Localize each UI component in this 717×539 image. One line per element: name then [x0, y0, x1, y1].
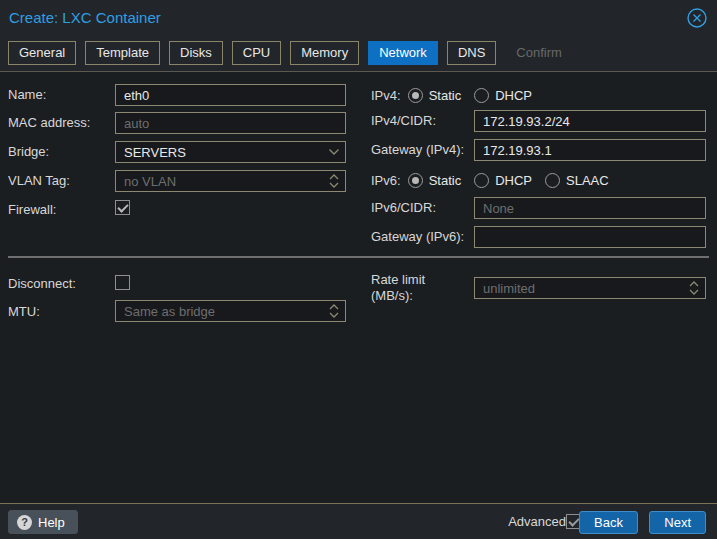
help-button-label: Help — [38, 515, 65, 530]
ipv6-slaac-radio[interactable]: SLAAC — [545, 173, 609, 188]
tab-cpu[interactable]: CPU — [232, 41, 281, 65]
radio-icon[interactable] — [545, 173, 560, 188]
tab-dns[interactable]: DNS — [447, 41, 496, 65]
gateway4-field[interactable] — [474, 139, 706, 161]
mtu-spinner-value[interactable] — [115, 300, 346, 322]
tab-confirm: Confirm — [505, 41, 573, 65]
dialog-header: Create: LXC Container General Template D… — [0, 0, 717, 72]
ipv4-static-radio[interactable]: Static — [408, 88, 462, 103]
tab-memory[interactable]: Memory — [290, 41, 359, 65]
name-label: Name: — [8, 87, 46, 103]
bridge-select-value[interactable] — [115, 141, 346, 163]
gateway6-field[interactable] — [474, 226, 706, 248]
dialog-title: Create: LXC Container — [9, 9, 161, 26]
vlan-spinner-value[interactable] — [115, 170, 346, 192]
mac-label: MAC address: — [8, 115, 90, 131]
tab-network[interactable]: Network — [368, 41, 438, 65]
ipv4-mode-group: IPv4: Static DHCP — [371, 87, 545, 103]
chevron-down-icon[interactable] — [328, 141, 340, 163]
ipv4-cidr-label: IPv4/CIDR: — [371, 113, 436, 129]
spinner-up-down-icon[interactable] — [328, 170, 340, 192]
radio-selected-icon[interactable] — [408, 173, 423, 188]
gateway4-label: Gateway (IPv4): — [371, 142, 464, 158]
ipv4-label: IPv4: — [371, 88, 401, 103]
help-button[interactable]: ? Help — [8, 510, 78, 534]
tab-disks[interactable]: Disks — [169, 41, 223, 65]
back-button[interactable]: Back — [579, 511, 638, 534]
vlan-spinner[interactable] — [115, 170, 346, 192]
create-lxc-container-dialog: Create: LXC Container General Template D… — [0, 0, 717, 539]
ipv4-dhcp-radio[interactable]: DHCP — [474, 88, 532, 103]
radio-icon[interactable] — [474, 173, 489, 188]
dialog-footer: ? Help Advanced Back Next — [0, 503, 717, 539]
bridge-select[interactable] — [115, 141, 346, 163]
radio-icon[interactable] — [474, 88, 489, 103]
firewall-label: Firewall: — [8, 202, 56, 218]
ipv6-static-label: Static — [429, 173, 462, 188]
rate-limit-label: Rate limit (MB/s): — [371, 272, 469, 304]
spinner-up-down-icon[interactable] — [688, 277, 700, 299]
ipv6-cidr-label: IPv6/CIDR: — [371, 200, 436, 216]
ipv4-cidr-field[interactable] — [474, 110, 706, 132]
rate-limit-spinner[interactable] — [474, 277, 706, 299]
ipv6-dhcp-label: DHCP — [495, 173, 532, 188]
ipv4-static-label: Static — [429, 88, 462, 103]
disconnect-label: Disconnect: — [8, 276, 76, 292]
close-icon[interactable] — [686, 7, 708, 29]
radio-selected-icon[interactable] — [408, 88, 423, 103]
mtu-label: MTU: — [8, 304, 40, 320]
ipv6-dhcp-radio[interactable]: DHCP — [474, 173, 532, 188]
advanced-label: Advanced — [508, 514, 566, 529]
tab-general[interactable]: General — [8, 41, 76, 65]
ipv6-cidr-field[interactable] — [474, 197, 706, 219]
bridge-label: Bridge: — [8, 144, 49, 160]
vlan-label: VLAN Tag: — [8, 173, 70, 189]
mac-field[interactable] — [115, 112, 346, 134]
disconnect-checkbox[interactable] — [115, 275, 130, 290]
section-divider — [8, 256, 709, 258]
name-field[interactable] — [115, 84, 346, 106]
spinner-up-down-icon[interactable] — [328, 300, 340, 322]
rate-limit-spinner-value[interactable] — [474, 277, 706, 299]
firewall-checkbox[interactable] — [115, 200, 130, 215]
ipv6-label: IPv6: — [371, 173, 401, 188]
mtu-spinner[interactable] — [115, 300, 346, 322]
tab-bar: General Template Disks CPU Memory Networ… — [8, 41, 573, 65]
ipv6-slaac-label: SLAAC — [566, 173, 609, 188]
gateway6-label: Gateway (IPv6): — [371, 229, 464, 245]
ipv4-dhcp-label: DHCP — [495, 88, 532, 103]
tab-template[interactable]: Template — [85, 41, 160, 65]
ipv6-static-radio[interactable]: Static — [408, 173, 462, 188]
question-icon: ? — [17, 515, 32, 530]
next-button[interactable]: Next — [649, 511, 706, 534]
ipv6-mode-group: IPv6: Static DHCP SLAAC — [371, 172, 622, 188]
